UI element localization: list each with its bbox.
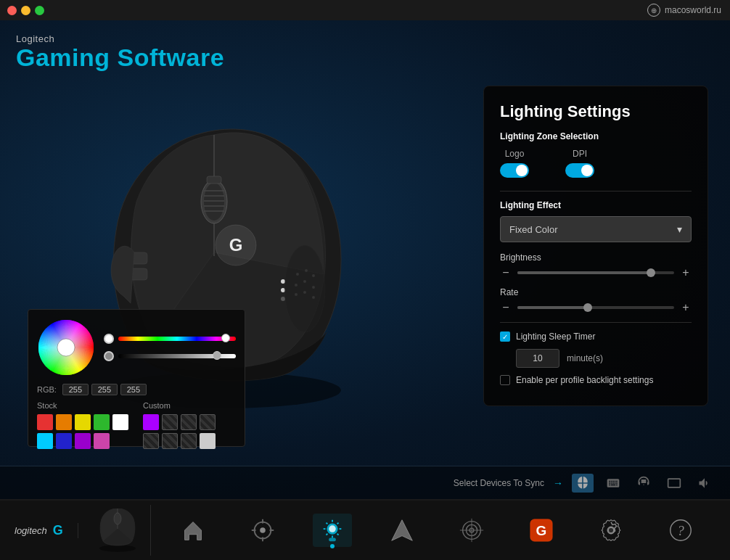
profile-backlight-checkbox[interactable] bbox=[500, 375, 510, 385]
timer-unit: minute(s) bbox=[567, 353, 603, 363]
close-button[interactable] bbox=[7, 6, 17, 15]
rgb-r-value[interactable]: 255 bbox=[62, 384, 89, 395]
rgb-b-value[interactable]: 255 bbox=[120, 384, 147, 395]
nav-g-logo: G bbox=[53, 523, 63, 538]
custom-swatch-5[interactable] bbox=[143, 433, 159, 449]
sleep-timer-checkbox[interactable]: ✓ bbox=[500, 332, 510, 342]
check-icon: ✓ bbox=[502, 333, 508, 341]
zone-logo-thumb bbox=[516, 165, 528, 176]
nav-device-mouse[interactable] bbox=[86, 505, 151, 556]
app-title: Gaming Software bbox=[16, 44, 224, 71]
swatch-orange[interactable] bbox=[56, 414, 72, 430]
svg-line-44 bbox=[337, 523, 339, 524]
svg-point-21 bbox=[295, 284, 298, 287]
divider-1 bbox=[500, 191, 692, 192]
swatch-blue[interactable] bbox=[56, 433, 72, 449]
svg-point-23 bbox=[312, 286, 315, 289]
brightness-thumb[interactable] bbox=[647, 268, 655, 277]
brightness-slider[interactable] bbox=[118, 354, 236, 358]
custom-row-1 bbox=[143, 414, 216, 430]
brightness-plus-button[interactable]: + bbox=[680, 267, 692, 279]
stock-row-2 bbox=[37, 433, 128, 449]
nav-settings-button[interactable] bbox=[591, 514, 631, 547]
main-area: Logitech Gaming Software bbox=[0, 20, 730, 499]
svg-line-45 bbox=[326, 534, 327, 535]
svg-point-20 bbox=[312, 274, 315, 277]
sync-mouse-icon[interactable] bbox=[572, 474, 594, 493]
brightness-slider-row[interactable] bbox=[104, 351, 236, 361]
custom-swatch-2[interactable] bbox=[162, 414, 178, 430]
nav-customize-button[interactable] bbox=[382, 514, 422, 547]
swatch-pink[interactable] bbox=[94, 433, 110, 449]
sync-speaker-icon[interactable] bbox=[694, 474, 715, 493]
swatches-section: Stock Custom bbox=[37, 401, 236, 449]
custom-row-2 bbox=[143, 433, 216, 449]
nav-help-button[interactable]: ? bbox=[661, 514, 700, 547]
color-sliders bbox=[104, 318, 236, 376]
divider-2 bbox=[500, 322, 692, 323]
custom-swatch-4[interactable] bbox=[200, 414, 216, 430]
timer-input[interactable] bbox=[516, 349, 559, 368]
zone-dpi: DPI bbox=[565, 149, 594, 178]
zone-dpi-label: DPI bbox=[573, 149, 587, 159]
hue-dot bbox=[104, 334, 114, 344]
rgb-row: RGB: 255 255 255 bbox=[37, 384, 236, 395]
hue-slider-row[interactable] bbox=[104, 334, 236, 344]
svg-point-26 bbox=[312, 296, 315, 299]
svg-text:?: ? bbox=[677, 523, 684, 538]
svg-line-42 bbox=[326, 523, 327, 524]
effect-dropdown[interactable]: Fixed Color ▾ bbox=[500, 216, 692, 242]
custom-swatch-1[interactable] bbox=[143, 414, 159, 430]
zone-logo-toggle[interactable] bbox=[500, 163, 529, 178]
minimize-button[interactable] bbox=[21, 6, 30, 15]
rate-fill bbox=[517, 306, 588, 309]
swatch-yellow[interactable] bbox=[75, 414, 91, 430]
sync-keyboard-icon[interactable] bbox=[602, 474, 624, 493]
nav-performance-button[interactable] bbox=[243, 514, 282, 547]
svg-rect-46 bbox=[329, 538, 336, 541]
rate-track[interactable] bbox=[517, 306, 674, 309]
svg-rect-9 bbox=[207, 176, 221, 184]
nav-aim-button[interactable] bbox=[452, 514, 491, 547]
sync-label: Select Devices To Sync bbox=[454, 478, 544, 488]
svg-text:G: G bbox=[229, 235, 243, 255]
brightness-label: Brightness bbox=[500, 252, 692, 263]
zone-dpi-thumb bbox=[581, 165, 593, 176]
nav-lighting-button[interactable] bbox=[313, 514, 352, 547]
nav-lighting-dot bbox=[330, 544, 335, 548]
swatch-purple[interactable] bbox=[75, 433, 91, 449]
maximize-button[interactable] bbox=[35, 6, 44, 15]
custom-swatch-6[interactable] bbox=[162, 433, 178, 449]
header: Logitech Gaming Software bbox=[16, 33, 224, 71]
svg-point-31 bbox=[260, 527, 266, 533]
svg-point-27 bbox=[99, 545, 136, 552]
nav-icons: G ? bbox=[158, 514, 715, 547]
nav-gaming-button[interactable]: G bbox=[522, 514, 561, 547]
rate-plus-button[interactable]: + bbox=[680, 302, 692, 313]
custom-swatch-8[interactable] bbox=[200, 433, 216, 449]
nav-home-button[interactable] bbox=[173, 514, 213, 547]
brightness-minus-button[interactable]: − bbox=[500, 267, 512, 279]
swatch-white[interactable] bbox=[112, 414, 128, 430]
color-wheel[interactable] bbox=[37, 318, 95, 376]
rgb-g-value[interactable]: 255 bbox=[91, 384, 118, 395]
custom-label: Custom bbox=[143, 401, 216, 410]
rate-thumb[interactable] bbox=[583, 303, 592, 312]
swatch-green[interactable] bbox=[94, 414, 110, 430]
sleep-timer-row: ✓ Lighting Sleep Timer bbox=[500, 332, 692, 342]
nav-logo-text: logitech bbox=[15, 525, 47, 536]
custom-swatch-3[interactable] bbox=[181, 414, 197, 430]
sync-tablet-icon[interactable] bbox=[663, 474, 685, 493]
rate-minus-button[interactable]: − bbox=[500, 302, 512, 313]
sync-headset-icon[interactable] bbox=[633, 474, 655, 493]
custom-swatch-7[interactable] bbox=[181, 433, 197, 449]
swatch-cyan[interactable] bbox=[37, 433, 53, 449]
lighting-panel: Lighting Settings Lighting Zone Selectio… bbox=[483, 86, 708, 406]
hue-slider[interactable] bbox=[118, 337, 236, 341]
brightness-slider-container: − + bbox=[500, 267, 692, 279]
brightness-track[interactable] bbox=[517, 271, 674, 274]
globe-icon: ⊕ bbox=[647, 4, 660, 17]
zone-dpi-toggle[interactable] bbox=[565, 163, 594, 178]
swatch-red[interactable] bbox=[37, 414, 53, 430]
brand-label: Logitech bbox=[16, 33, 224, 44]
